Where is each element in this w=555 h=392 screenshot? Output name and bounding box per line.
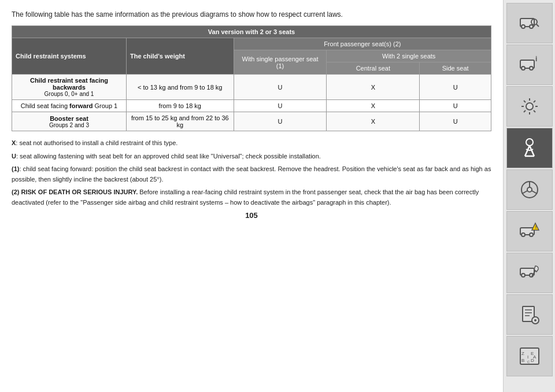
svg-point-29 <box>530 233 533 236</box>
svg-line-20 <box>530 146 534 156</box>
row-col4b-2: U <box>420 112 491 131</box>
sidebar-item-seatbelt[interactable] <box>506 128 553 168</box>
svg-text:i: i <box>535 55 537 63</box>
row-label-1: Child seat facing forward Group 1 <box>12 100 127 112</box>
row-label-0: Child restraint seat facing backwardsGro… <box>12 75 127 100</box>
svg-text:Z: Z <box>521 351 524 356</box>
svg-point-7 <box>530 66 533 70</box>
svg-text:B: B <box>521 358 524 363</box>
two-footnote: (2) RISK OF DEATH OR SERIOUS INJURY. Bef… <box>12 187 491 208</box>
svg-line-17 <box>524 110 526 112</box>
svg-point-6 <box>521 66 525 70</box>
svg-line-25 <box>522 191 527 194</box>
svg-point-40 <box>534 319 536 321</box>
globe-icon: Z B I E A D C <box>517 343 542 369</box>
col2-header: The child's weight <box>126 38 234 75</box>
sidebar-item-globe[interactable]: Z B I E A D C <box>506 336 553 376</box>
svg-point-28 <box>521 233 525 236</box>
row-col4b-1: U <box>420 100 491 112</box>
svg-text:D: D <box>531 358 534 363</box>
car-info-icon: i <box>517 52 542 77</box>
svg-line-26 <box>532 191 537 194</box>
u-label: U <box>12 153 16 160</box>
footnotes: X: seat not authorised to install a chil… <box>12 138 491 208</box>
table-row: Child restraint seat facing backwardsGro… <box>12 75 491 100</box>
svg-point-9 <box>526 103 533 110</box>
row-col4a-1: X <box>327 100 420 112</box>
svg-line-14 <box>524 101 526 102</box>
sidebar-item-car-search[interactable] <box>506 3 553 43</box>
row-col4b-0: U <box>420 75 491 100</box>
svg-point-23 <box>527 187 532 192</box>
row-weight-0: < to 13 kg and from 9 to 18 kg <box>126 75 234 100</box>
x-footnote: X: seat not authorised to install a chil… <box>12 138 491 149</box>
row-weight-1: from 9 to 18 kg <box>126 100 234 112</box>
sidebar-item-car-warning[interactable]: ! <box>506 211 553 252</box>
svg-line-15 <box>534 110 535 112</box>
row-col4a-2: X <box>327 112 420 131</box>
intro-text: The following table has the same informa… <box>12 10 491 19</box>
col1-header: Child restraint systems <box>12 38 127 75</box>
row-col3-1: U <box>234 100 327 112</box>
svg-point-1 <box>521 25 525 28</box>
col4b-header: Side seat <box>420 62 491 75</box>
col4-header: With 2 single seats <box>327 50 491 62</box>
seatbelt-icon <box>517 135 542 161</box>
car-warning-icon: ! <box>517 219 542 244</box>
row-col4a-0: X <box>327 75 420 100</box>
page-number: 105 <box>12 211 491 220</box>
main-content: The following table has the same informa… <box>0 0 503 392</box>
svg-line-4 <box>536 24 539 27</box>
svg-text:C: C <box>527 360 530 364</box>
table-row: Booster seatGroups 2 and 3 from 15 to 25… <box>12 112 491 131</box>
checklist-icon <box>517 302 542 327</box>
van-header: Van version with 2 or 3 seats <box>12 26 491 38</box>
row-col3-2: U <box>234 112 327 131</box>
u-footnote: U: seat allowing fastening with seat bel… <box>12 151 491 162</box>
front-header: Front passenger seat(s) (2) <box>234 38 491 50</box>
sidebar-item-car-wrench[interactable] <box>506 253 553 293</box>
sidebar-item-checklist[interactable] <box>506 294 553 335</box>
settings-sun-icon <box>517 94 542 119</box>
child-restraint-table: Van version with 2 or 3 seats Child rest… <box>12 25 491 131</box>
sidebar-item-settings[interactable] <box>506 86 553 127</box>
svg-line-16 <box>534 101 535 102</box>
col4a-header: Central seat <box>327 62 420 75</box>
row-label-2: Booster seatGroups 2 and 3 <box>12 112 127 131</box>
sidebar: i <box>503 0 555 392</box>
svg-text:I: I <box>527 354 528 360</box>
sidebar-item-steering[interactable] <box>506 169 553 210</box>
svg-line-19 <box>525 146 530 156</box>
svg-point-2 <box>530 25 533 28</box>
row-col3-0: U <box>234 75 327 100</box>
car-search-icon <box>517 10 542 36</box>
svg-text:!: ! <box>535 224 536 230</box>
svg-point-32 <box>521 273 525 277</box>
table-row: Child seat facing forward Group 1 from 9… <box>12 100 491 112</box>
steering-wheel-icon <box>517 177 542 202</box>
sidebar-item-car-info[interactable]: i <box>506 45 553 85</box>
one-footnote: (1): child seat facing forward: position… <box>12 164 491 184</box>
car-wrench-icon <box>517 260 542 286</box>
row-weight-2: from 15 to 25 kg and from 22 to 36 kg <box>126 112 234 131</box>
col3-header: With single passenger seat (1) <box>234 50 327 75</box>
two-label: (2) <box>12 188 21 195</box>
one-label: (1) <box>12 165 19 172</box>
svg-point-18 <box>526 139 533 146</box>
